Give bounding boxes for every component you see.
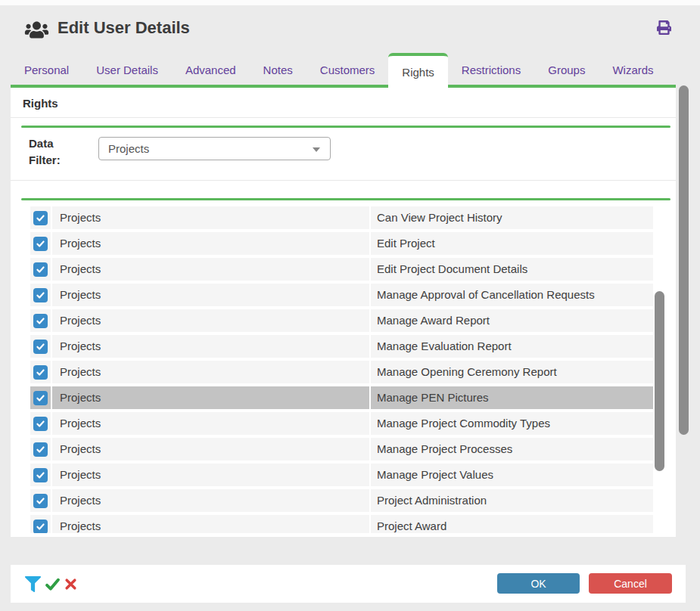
checkbox-checked[interactable] [33,468,48,482]
tab-personal[interactable]: Personal [11,53,82,88]
checkbox-checked[interactable] [33,288,48,302]
rights-row[interactable]: Projects Manage Approval of Cancellation… [30,284,653,306]
tab-label: User Details [96,64,158,76]
tab-label: Customers [320,64,375,76]
checkbox-checked[interactable] [33,417,48,431]
right-name: Project Administration [371,489,653,512]
checkbox-checked[interactable] [33,262,48,277]
tab-customers[interactable]: Customers [306,53,389,88]
right-category: Projects [52,232,369,255]
tab-label: Wizards [612,64,653,76]
right-category: Projects [52,335,369,358]
rights-row[interactable]: Projects Can View Project History [30,206,653,229]
data-filter-value: Projects [99,138,330,160]
checkbox-cell [30,258,51,281]
confirm-check-icon[interactable] [45,576,61,592]
right-category: Projects [52,258,369,281]
checkbox-cell [30,335,51,358]
right-category: Projects [52,386,369,409]
right-category: Projects [52,309,369,332]
footer-icons [25,565,77,603]
tab-user-details[interactable]: User Details [82,53,172,88]
rights-row[interactable]: Projects Manage Award Report [30,309,653,332]
print-icon[interactable] [657,20,671,38]
right-name: Manage PEN Pictures [371,386,653,409]
rights-row[interactable]: Projects Manage PEN Pictures [30,386,653,409]
checkbox-checked[interactable] [33,314,48,328]
right-category: Projects [52,206,369,229]
page-scrollbar-thumb[interactable] [679,85,689,435]
tab-rights[interactable]: Rights [388,53,448,91]
data-filter-label: Data Filter: [29,135,76,169]
users-icon [23,20,50,42]
checkbox-cell [30,361,51,383]
right-name: Project Award [371,515,653,533]
checkbox-cell [30,438,51,461]
checkbox-cell [30,309,51,332]
tab-advanced[interactable]: Advanced [172,53,250,88]
tab-label: Notes [263,64,293,76]
right-category: Projects [52,284,369,306]
filter-panel-accent [21,126,670,128]
tab-restrictions[interactable]: Restrictions [448,53,534,88]
checkbox-checked[interactable] [33,520,48,534]
checkbox-checked[interactable] [33,494,48,508]
tab-label: Groups [548,64,585,76]
rights-list: Projects Can View Project History Projec… [11,200,676,533]
edit-user-details-dialog: Edit User Details PersonalUser DetailsAd… [0,0,700,611]
tab-label: Personal [24,64,69,76]
checkbox-checked[interactable] [33,442,48,457]
rights-row[interactable]: Projects Manage Project Commodity Types [30,412,653,435]
ok-button[interactable]: OK [497,573,580,594]
list-scrollbar-thumb[interactable] [655,291,664,471]
right-name: Manage Project Processes [371,438,653,461]
checkbox-cell [30,386,51,409]
tab-label: Restrictions [462,64,521,76]
right-name: Manage Project Commodity Types [371,412,653,435]
data-filter-dropdown[interactable]: Projects [98,137,331,160]
tab-notes[interactable]: Notes [250,53,306,88]
rights-row[interactable]: Projects Edit Project Document Details [30,258,653,281]
right-category: Projects [52,515,369,533]
right-category: Projects [52,438,369,461]
tab-label: Advanced [185,64,236,76]
rights-tab-panel: Rights Data Filter: Projects Projects Ca… [11,88,676,537]
checkbox-checked[interactable] [33,237,48,251]
right-name: Manage Project Values [371,464,653,486]
rights-row[interactable]: Projects Manage Project Values [30,464,653,486]
checkbox-cell [30,464,51,486]
tab-bar: PersonalUser DetailsAdvancedNotesCustome… [11,53,667,91]
right-category: Projects [52,361,369,383]
tab-wizards[interactable]: Wizards [599,53,667,88]
checkbox-checked[interactable] [33,211,48,225]
rights-row[interactable]: Projects Manage Project Processes [30,438,653,461]
dialog-footer: OK Cancel [11,565,686,603]
checkbox-checked[interactable] [33,340,48,354]
right-name: Edit Project Document Details [371,258,653,281]
section-heading: Rights [23,97,58,110]
checkbox-cell [30,206,51,229]
checkbox-cell [30,284,51,306]
checkbox-checked[interactable] [33,365,48,380]
right-category: Projects [52,464,369,486]
filter-funnel-icon[interactable] [25,576,41,592]
tab-groups[interactable]: Groups [534,53,599,88]
right-name: Manage Approval of Cancellation Requests [371,284,653,306]
checkbox-cell [30,515,51,533]
divider [11,180,676,181]
top-strip [0,0,700,5]
checkbox-checked[interactable] [33,391,48,405]
right-name: Manage Evaluation Report [371,335,653,358]
checkbox-cell [30,489,51,512]
rights-row[interactable]: Projects Project Administration [30,489,653,512]
rights-rows: Projects Can View Project History Projec… [30,206,653,533]
rights-row[interactable]: Projects Manage Evaluation Report [30,335,653,358]
checkbox-cell [30,412,51,435]
clear-x-icon[interactable] [64,578,77,591]
checkbox-cell [30,232,51,255]
cancel-button[interactable]: Cancel [589,573,672,594]
rights-row[interactable]: Projects Manage Opening Ceremony Report [30,361,653,383]
right-category: Projects [52,412,369,435]
rights-row[interactable]: Projects Project Award [30,515,653,533]
rights-row[interactable]: Projects Edit Project [30,232,653,255]
